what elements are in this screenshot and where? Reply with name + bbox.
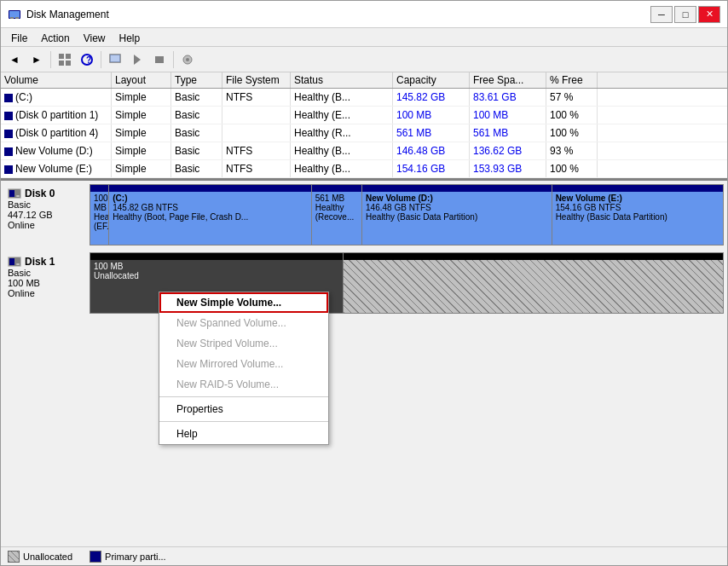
toolbar-sep-3 (173, 51, 174, 68)
toolbar-btn-6[interactable] (127, 49, 147, 70)
partition-info: Healthy (Boot, Page File, Crash D... (113, 212, 307, 222)
cell-layout: Simple (112, 89, 171, 106)
disk-name: Disk 1 (8, 256, 86, 268)
col-header-capacity[interactable]: Capacity (393, 72, 470, 88)
cell-layout: Simple (112, 142, 171, 159)
toolbar-sep-1 (50, 51, 51, 68)
partition[interactable]: New Volume (D:)146.48 GB NTFSHealthy (Ba… (362, 185, 552, 245)
toolbar-btn-7[interactable] (149, 49, 170, 70)
cell-status: Healthy (R... (291, 124, 393, 142)
svg-rect-13 (155, 56, 164, 63)
partition-name: New Volume (E:) (556, 193, 719, 203)
table-row[interactable]: New Volume (D:)SimpleBasicNTFSHealthy (B… (1, 142, 727, 160)
disk-icon (4, 147, 13, 156)
partition-content: New Volume (D:)146.48 GB NTFSHealthy (Ba… (362, 192, 552, 245)
cell-type: Basic (171, 89, 222, 106)
col-header-status[interactable]: Status (291, 72, 393, 88)
minimize-button[interactable]: ─ (650, 6, 673, 23)
col-header-volume[interactable]: Volume (1, 72, 112, 88)
svg-rect-2 (10, 17, 14, 19)
disk-drive-icon (8, 188, 21, 199)
partition-info: Healthy (Recove... (315, 203, 358, 222)
cell-filesystem: NTFS (222, 142, 291, 159)
table-row[interactable]: (Disk 0 partition 1)SimpleBasicHealthy (… (1, 107, 727, 124)
cell-percentfree: 100 % (546, 124, 598, 142)
main-window: Disk Management ─ □ ✕ File Action View H… (0, 0, 728, 566)
maximize-button[interactable]: □ (674, 6, 696, 23)
table-row[interactable]: (Disk 0 partition 4)SimpleBasicHealthy (… (1, 124, 727, 142)
cell-volume: (C:) (1, 89, 112, 106)
cell-status: Healthy (B... (291, 160, 393, 177)
cell-percentfree: 100 % (546, 160, 598, 177)
svg-rect-19 (16, 195, 20, 197)
cell-freespace: 136.62 GB (470, 142, 546, 159)
disk-partitions: 100 MBHealthy (EF...(C:)145.82 GB NTFSHe… (90, 184, 724, 245)
partition-size: 145.82 GB NTFS (113, 203, 307, 212)
cell-volume: (Disk 0 partition 1) (1, 107, 112, 124)
context-menu-separator (159, 396, 328, 397)
table-header: Volume Layout Type File System Status Ca… (1, 72, 727, 89)
svg-rect-22 (9, 258, 14, 265)
col-header-filesystem[interactable]: File System (222, 72, 291, 88)
menu-view[interactable]: View (77, 30, 113, 44)
toolbar-btn-3[interactable] (55, 49, 75, 70)
disk-row: Disk 1 Basic 100 MB Online 100 MBUnalloc… (4, 252, 724, 314)
disk-name: Disk 0 (8, 188, 86, 199)
menu-action[interactable]: Action (34, 30, 76, 44)
col-header-type[interactable]: Type (171, 72, 222, 88)
partition-header-bar (90, 185, 108, 192)
close-button[interactable]: ✕ (698, 6, 720, 23)
toolbar-btn-4[interactable]: ? (77, 49, 97, 70)
cell-percentfree: 57 % (546, 89, 598, 106)
cell-capacity: 100 MB (393, 107, 470, 124)
unalloc-label: Unallocated (94, 271, 339, 280)
partition[interactable]: New Volume (E:)154.16 GB NTFSHealthy (Ba… (552, 185, 723, 245)
cell-filesystem (222, 124, 291, 142)
context-menu-item[interactable]: New Simple Volume... (159, 292, 328, 313)
partition[interactable]: (C:)145.82 GB NTFSHealthy (Boot, Page Fi… (109, 185, 311, 245)
disk-row: Disk 0 Basic 447.12 GB Online 100 MBHeal… (4, 184, 724, 245)
partition-info: Healthy (Basic Data Partition) (556, 212, 719, 222)
context-menu-item[interactable]: Properties (159, 399, 328, 419)
context-menu-item[interactable]: Help (159, 424, 328, 444)
cell-filesystem: NTFS (222, 89, 291, 106)
partition-content: 100 MBHealthy (EF... (90, 192, 108, 245)
cell-type: Basic (171, 107, 222, 124)
col-header-freespace[interactable]: Free Spa... (470, 72, 546, 88)
partition[interactable]: 100 MBHealthy (EF... (90, 185, 109, 245)
menu-file[interactable]: File (4, 30, 34, 44)
svg-rect-11 (110, 55, 120, 62)
cell-volume: New Volume (E:) (1, 160, 112, 177)
col-header-layout[interactable]: Layout (112, 72, 171, 88)
cell-type: Basic (171, 160, 222, 177)
context-menu-item: New Striped Volume... (159, 333, 328, 354)
back-button[interactable]: ◄ (4, 49, 25, 70)
disk-panel: Disk 0 Basic 447.12 GB Online 100 MBHeal… (1, 181, 727, 546)
partition[interactable] (344, 253, 723, 313)
disk-icon (4, 94, 13, 102)
forward-button[interactable]: ► (26, 49, 47, 70)
cell-freespace: 561 MB (470, 124, 546, 142)
svg-rect-1 (9, 11, 20, 18)
disk-icon (4, 130, 13, 138)
table-row[interactable]: New Volume (E:)SimpleBasicNTFSHealthy (B… (1, 160, 727, 178)
partition-size: 154.16 GB NTFS (556, 203, 719, 212)
cell-capacity: 561 MB (393, 124, 470, 142)
toolbar-sep-2 (101, 51, 101, 68)
partition-header-bar (312, 185, 361, 192)
partition[interactable]: 561 MBHealthy (Recove... (312, 185, 362, 245)
toolbar-btn-5[interactable] (105, 49, 125, 70)
cell-percentfree: 93 % (546, 142, 598, 159)
cell-capacity: 145.82 GB (393, 89, 470, 106)
cell-volume: New Volume (D:) (1, 142, 112, 159)
cell-percentfree: 100 % (546, 107, 598, 124)
disk-label: Disk 1 Basic 100 MB Online (4, 252, 90, 314)
svg-rect-18 (9, 190, 14, 197)
table-row[interactable]: (C:)SimpleBasicNTFSHealthy (B...145.82 G… (1, 89, 727, 107)
col-header-percentfree[interactable]: % Free (546, 72, 598, 88)
cell-capacity: 146.48 GB (393, 142, 470, 159)
disk-size: 447.12 GB (8, 210, 86, 220)
partition-name: (C:) (113, 193, 307, 203)
menu-help[interactable]: Help (113, 30, 147, 44)
toolbar-btn-8[interactable] (177, 49, 198, 70)
